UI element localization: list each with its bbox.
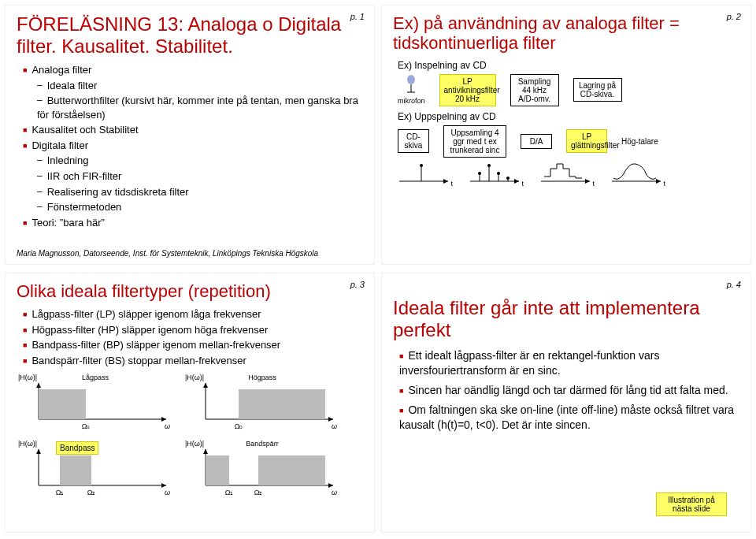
bullet-list: Analoga filter Ideala filter Butterworth… xyxy=(23,63,363,229)
example-label: Ex) Inspelning av CD xyxy=(398,60,739,71)
svg-text:Ω₁: Ω₁ xyxy=(225,489,234,496)
slide-3: p. 3 Olika ideala filtertyper (repetitio… xyxy=(5,273,375,533)
impulse-row: t t t t xyxy=(398,161,739,186)
svg-point-0 xyxy=(407,75,415,84)
svg-marker-24 xyxy=(161,417,166,422)
svg-marker-43 xyxy=(36,449,41,454)
svg-marker-53 xyxy=(203,449,208,454)
svg-point-16 xyxy=(506,177,510,180)
list-item: Fönstermetoden xyxy=(37,200,363,214)
svg-marker-41 xyxy=(161,483,166,488)
page-number: p. 3 xyxy=(350,280,365,289)
upsample-box: Uppsamling 4 ggr med t ex trunkerad sinc xyxy=(443,125,506,158)
list-item: Kausalitet och Stabilitet xyxy=(23,123,363,137)
list-item: Om faltningen ska ske on-line (inte off-… xyxy=(399,403,739,433)
lowpass-chart: |H(ω)| Lågpass Ω₀ ω xyxy=(17,372,174,433)
slide-4: p. 4 Ideala filter går inte att implemen… xyxy=(381,273,751,533)
svg-marker-51 xyxy=(328,483,333,488)
bandstop-chart: |H(ω)| Bandspärr Ω₁ Ω₂ ω xyxy=(183,438,341,500)
svg-marker-18 xyxy=(585,179,590,184)
svg-rect-54 xyxy=(206,455,229,485)
list-item: Ett idealt lågpass-filter är en rektange… xyxy=(399,348,739,378)
slide-footer: Maria Magnusson, Datorseende, Inst. för … xyxy=(17,249,318,258)
svg-text:ω: ω xyxy=(332,422,337,430)
svg-text:Ω₀: Ω₀ xyxy=(235,422,243,430)
page-number: p. 1 xyxy=(350,12,365,21)
next-slide-note: Illustration på nästa slide xyxy=(656,493,727,516)
svg-text:|H(ω)|: |H(ω)| xyxy=(185,440,204,448)
list-item: Lågpass-filter (LP) släpper igenom låga … xyxy=(23,307,363,322)
svg-point-6 xyxy=(420,164,423,167)
list-item: Sincen har oändlig längd och tar därmed … xyxy=(399,383,739,398)
impulse-plot: t xyxy=(610,161,665,186)
microphone-icon xyxy=(404,75,418,95)
filter-grid-2: |H(ω)| Ω₁ Ω₂ ω Bandpass |H(ω)| Bandspärr… xyxy=(17,438,363,500)
svg-text:Lågpass: Lågpass xyxy=(82,374,109,381)
list-item: Bandspärr-filter (BS) stoppar mellan-fre… xyxy=(23,354,363,368)
svg-marker-35 xyxy=(203,383,208,388)
svg-point-10 xyxy=(478,172,481,175)
page-number: p. 2 xyxy=(727,12,741,21)
list-item: Högpass-filter (HP) släpper igenom höga … xyxy=(23,323,363,337)
recording-chain: mikrofon LP antivikningsfilter 20 kHz Sa… xyxy=(398,74,739,106)
bandpass-label: Bandpass xyxy=(56,441,98,455)
svg-rect-44 xyxy=(60,455,91,485)
svg-point-14 xyxy=(497,172,500,175)
da-box: D/A xyxy=(521,134,552,149)
svg-marker-20 xyxy=(656,179,661,184)
slide-title: Olika ideala filtertyper (repetition) xyxy=(17,281,363,301)
filter-grid: |H(ω)| Lågpass Ω₀ ω |H(ω)| Högpass Ω₀ ω xyxy=(17,372,363,433)
svg-marker-33 xyxy=(328,417,333,422)
slide-title: Ex) på användning av analoga filter = ti… xyxy=(393,13,739,54)
impulse-plot: t xyxy=(469,161,524,186)
svg-marker-4 xyxy=(443,179,448,184)
playback-chain: CD-skiva Uppsamling 4 ggr med t ex trunk… xyxy=(398,125,739,158)
storage-box: Lagring på CD-skiva. xyxy=(573,78,622,102)
svg-rect-36 xyxy=(239,389,325,419)
list-item: Digitala filter Inledning IIR och FIR-fi… xyxy=(23,139,363,214)
slide-title: FÖRELÄSNING 13: Analoga o Digitala filte… xyxy=(17,13,363,57)
speaker-label: Hög-talare xyxy=(621,137,658,146)
bullet-list: Ett idealt lågpass-filter är en rektange… xyxy=(399,348,739,432)
svg-text:|H(ω)|: |H(ω)| xyxy=(185,374,204,381)
list-item: Bandpass-filter (BP) släpper igenom mell… xyxy=(23,338,363,352)
lp-antialias-box: LP antivikningsfilter 20 kHz xyxy=(439,74,496,106)
svg-text:Ω₂: Ω₂ xyxy=(254,489,263,496)
list-item: Analoga filter Ideala filter Butterworth… xyxy=(23,63,363,121)
svg-text:Ω₂: Ω₂ xyxy=(87,489,96,496)
bullet-list: Lågpass-filter (LP) släpper igenom låga … xyxy=(23,307,363,367)
list-item: Realisering av tidsdiskreta filter xyxy=(37,185,363,199)
svg-rect-55 xyxy=(258,455,325,485)
impulse-plot: t xyxy=(539,161,595,186)
slide-1: p. 1 FÖRELÄSNING 13: Analoga o Digitala … xyxy=(5,5,375,265)
svg-marker-8 xyxy=(514,179,519,184)
svg-point-12 xyxy=(487,164,491,167)
mic-node: mikrofon xyxy=(398,75,425,105)
impulse-plot: t xyxy=(398,161,453,186)
svg-marker-26 xyxy=(36,383,41,388)
svg-text:Högpass: Högpass xyxy=(248,374,276,381)
slide-title: Ideala filter går inte att implementera … xyxy=(393,297,739,340)
slide-2: p. 2 Ex) på användning av analoga filter… xyxy=(381,5,751,265)
list-item: Ideala filter xyxy=(37,79,363,93)
svg-text:|H(ω)|: |H(ω)| xyxy=(18,374,37,381)
svg-rect-27 xyxy=(39,389,86,419)
svg-text:Ω₀: Ω₀ xyxy=(82,422,91,430)
svg-text:ω: ω xyxy=(165,489,170,496)
svg-text:|H(ω)|: |H(ω)| xyxy=(18,440,37,448)
list-item: Butterworthfilter (kursivt här, kommer i… xyxy=(37,94,363,121)
svg-text:Bandspärr: Bandspärr xyxy=(246,440,279,448)
svg-text:ω: ω xyxy=(165,422,170,430)
list-item: Inledning xyxy=(37,154,363,168)
svg-text:ω: ω xyxy=(332,489,337,496)
page-number: p. 4 xyxy=(727,280,741,289)
list-item: IIR och FIR-filter xyxy=(37,169,363,184)
sampling-box: Sampling 44 kHz A/D-omv. xyxy=(510,74,559,106)
list-item: Teori: ”bara här” xyxy=(23,216,363,230)
svg-text:Ω₁: Ω₁ xyxy=(56,489,65,496)
cd-box: CD-skiva xyxy=(398,129,429,153)
example-label: Ex) Uppspelning av CD xyxy=(398,111,739,122)
highpass-chart: |H(ω)| Högpass Ω₀ ω xyxy=(183,372,341,433)
lp-smooth-box: LP glättningsfilter xyxy=(566,129,607,153)
